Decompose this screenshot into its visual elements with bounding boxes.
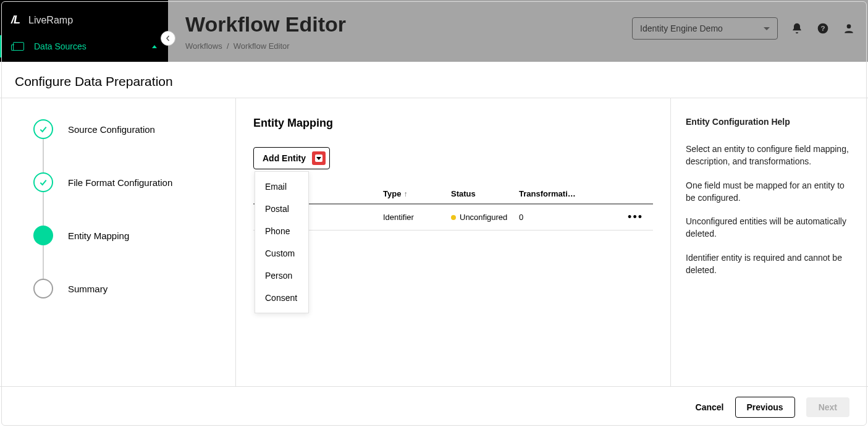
- chevron-up-icon: [152, 45, 157, 48]
- breadcrumb-root[interactable]: Workflows: [185, 41, 222, 51]
- stepper: Source Configuration File Format Configu…: [0, 98, 236, 387]
- modal-body: Source Configuration File Format Configu…: [0, 98, 868, 387]
- step-done-icon: [33, 119, 53, 139]
- col-type[interactable]: Type↑: [383, 189, 451, 198]
- sidebar: /L LiveRamp Data Sources: [0, 0, 168, 62]
- page-heading: Workflow Editor: [185, 12, 346, 36]
- entity-table: E Type↑ Status Transformati… C Identifie…: [253, 184, 653, 230]
- section-title: Entity Mapping: [253, 117, 653, 130]
- svg-text:?: ?: [820, 24, 825, 32]
- step-file-format-configuration[interactable]: File Format Configuration: [33, 172, 221, 192]
- help-icon[interactable]: ?: [816, 22, 830, 35]
- table-header: E Type↑ Status Transformati…: [253, 184, 653, 205]
- help-title: Entity Configuration Help: [686, 117, 851, 127]
- brand-mark: /L: [11, 14, 20, 27]
- chevron-left-icon: [165, 35, 171, 41]
- caret-down-icon: [764, 27, 770, 30]
- step-source-configuration[interactable]: Source Configuration: [33, 119, 221, 139]
- add-entity-button[interactable]: Add Entity: [253, 147, 330, 169]
- cancel-button[interactable]: Cancel: [696, 402, 724, 412]
- top-region: /L LiveRamp Data Sources Workflow Editor…: [0, 0, 868, 62]
- data-sources-icon: [13, 42, 24, 51]
- next-button: Next: [806, 397, 849, 417]
- row-actions-menu[interactable]: •••: [578, 211, 653, 224]
- dropdown-option-person[interactable]: Person: [255, 264, 308, 287]
- status-dot-icon: [451, 215, 456, 220]
- account-icon[interactable]: [842, 22, 856, 35]
- help-text: Unconfigured entities will be automatica…: [686, 215, 851, 240]
- header: Workflow Editor Workflows / Workflow Edi…: [185, 12, 856, 51]
- help-text: One field must be mapped for an entity t…: [686, 179, 851, 205]
- collapse-sidebar-button[interactable]: [161, 31, 175, 46]
- help-text: Identifier entity is required and cannot…: [686, 252, 851, 277]
- help-panel: Entity Configuration Help Select an enti…: [670, 98, 868, 387]
- svg-point-2: [847, 24, 851, 28]
- modal-title: Configure Data Preparation: [15, 74, 853, 89]
- breadcrumb: Workflows / Workflow Editor: [185, 41, 346, 51]
- col-status[interactable]: Status: [451, 189, 519, 198]
- dropdown-option-email[interactable]: Email: [255, 175, 308, 198]
- step-summary[interactable]: Summary: [33, 279, 221, 298]
- step-done-icon: [33, 172, 53, 192]
- add-entity-dropdown: Email Postal Phone Custom Person Consent: [255, 171, 309, 313]
- org-selector[interactable]: Identity Engine Demo: [632, 17, 778, 40]
- sort-asc-icon: ↑: [403, 190, 407, 198]
- step-current-icon: [33, 226, 53, 245]
- modal-footer: Cancel Previous Next: [0, 386, 868, 427]
- dropdown-option-custom[interactable]: Custom: [255, 242, 308, 264]
- help-text: Select an entity to configure field mapp…: [686, 143, 851, 168]
- org-selector-value: Identity Engine Demo: [640, 23, 723, 33]
- notifications-icon[interactable]: [790, 22, 804, 35]
- step-todo-icon: [33, 279, 53, 298]
- modal-header: Configure Data Preparation: [0, 62, 868, 98]
- brand: /L LiveRamp: [0, 0, 168, 35]
- sidebar-item-data-sources[interactable]: Data Sources: [0, 35, 168, 57]
- brand-name: LiveRamp: [28, 15, 73, 26]
- dropdown-option-phone[interactable]: Phone: [255, 220, 308, 242]
- sidebar-item-label: Data Sources: [34, 41, 142, 51]
- main-panel: Entity Mapping Add Entity Email Postal P…: [236, 98, 670, 387]
- dropdown-option-consent[interactable]: Consent: [255, 287, 308, 309]
- dropdown-caret-highlight: [312, 151, 326, 165]
- dropdown-option-postal[interactable]: Postal: [255, 198, 308, 220]
- previous-button[interactable]: Previous: [735, 397, 795, 418]
- table-row[interactable]: C Identifier Unconfigured 0 •••: [253, 205, 653, 230]
- step-entity-mapping[interactable]: Entity Mapping: [33, 226, 221, 245]
- col-transformations[interactable]: Transformati…: [519, 189, 578, 198]
- breadcrumb-current: Workflow Editor: [234, 41, 290, 51]
